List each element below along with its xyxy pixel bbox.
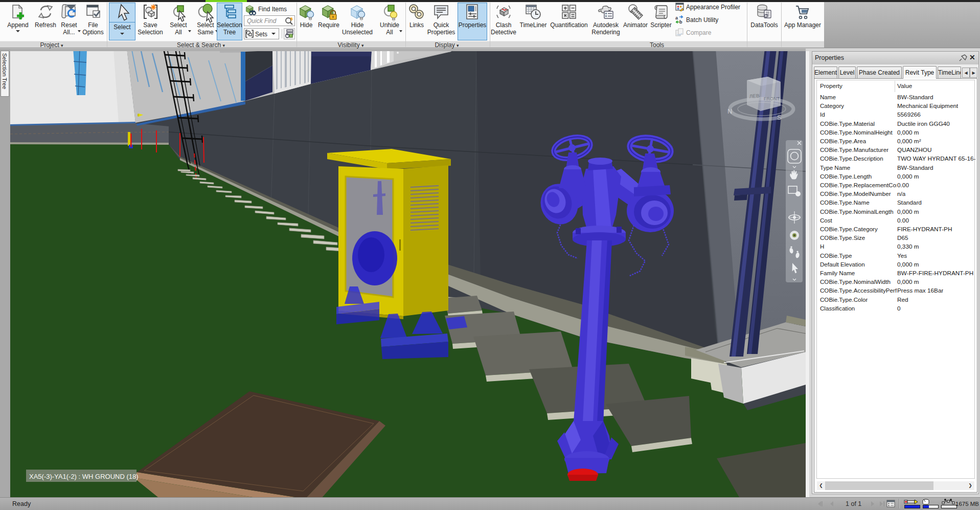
svg-text:S: S: [777, 114, 782, 121]
svg-text:FRONT: FRONT: [764, 96, 780, 101]
svg-text:ЛЕВ: ЛЕВ: [749, 93, 760, 99]
svg-text:b: b: [679, 19, 682, 24]
svg-text:N: N: [727, 107, 732, 115]
svg-text:XA5(-3)-YA1(-2) : WH GROUND (1: XA5(-3)-YA1(-2) : WH GROUND (18): [29, 473, 139, 480]
svg-text:a: a: [675, 15, 678, 20]
